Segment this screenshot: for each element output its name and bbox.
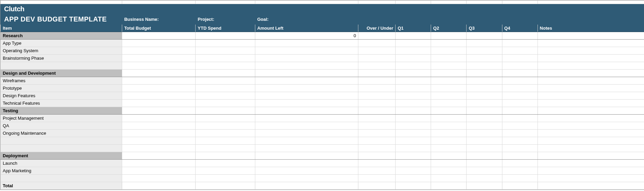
cell[interactable]: [538, 182, 644, 190]
cell[interactable]: [396, 175, 431, 182]
cell[interactable]: [196, 115, 255, 122]
cell[interactable]: [538, 100, 644, 107]
cell[interactable]: [196, 55, 255, 62]
cell[interactable]: [196, 107, 255, 115]
item-name[interactable]: Design Features: [1, 92, 122, 100]
label-project[interactable]: Project:: [196, 14, 255, 25]
cell[interactable]: [396, 77, 431, 85]
cell[interactable]: [431, 32, 467, 40]
cell[interactable]: [431, 85, 467, 92]
cell[interactable]: [358, 77, 396, 85]
section-amount-left[interactable]: [255, 70, 358, 77]
cell[interactable]: [255, 85, 358, 92]
cell[interactable]: [358, 115, 396, 122]
cell[interactable]: [538, 107, 644, 115]
section-name[interactable]: Testing: [1, 107, 122, 115]
cell[interactable]: [431, 115, 467, 122]
cell[interactable]: [467, 55, 502, 62]
cell[interactable]: [122, 122, 195, 130]
cell[interactable]: [502, 47, 538, 55]
cell[interactable]: [358, 152, 396, 160]
cell[interactable]: [502, 145, 538, 152]
cell[interactable]: [467, 137, 502, 145]
cell[interactable]: [502, 122, 538, 130]
cell[interactable]: [396, 85, 431, 92]
cell[interactable]: [467, 100, 502, 107]
cell[interactable]: [467, 62, 502, 70]
cell[interactable]: [196, 130, 255, 137]
cell[interactable]: [502, 62, 538, 70]
cell[interactable]: [431, 130, 467, 137]
col-notes[interactable]: Notes: [538, 25, 644, 32]
cell[interactable]: [196, 70, 255, 77]
cell[interactable]: [122, 77, 195, 85]
col-item[interactable]: Item: [1, 25, 122, 32]
cell[interactable]: [196, 47, 255, 55]
cell[interactable]: [122, 92, 195, 100]
cell[interactable]: [396, 152, 431, 160]
cell[interactable]: [502, 107, 538, 115]
section-name[interactable]: Research: [1, 32, 122, 40]
cell[interactable]: [396, 92, 431, 100]
total-label[interactable]: Total: [1, 182, 122, 190]
label-goal[interactable]: Goal:: [255, 14, 358, 25]
cell[interactable]: [122, 32, 195, 40]
cell[interactable]: [396, 122, 431, 130]
cell[interactable]: [502, 182, 538, 190]
item-name[interactable]: Project Management: [1, 115, 122, 122]
cell[interactable]: [467, 152, 502, 160]
item-name[interactable]: Technical Features: [1, 100, 122, 107]
item-name[interactable]: Wireframes: [1, 77, 122, 85]
cell[interactable]: [431, 137, 467, 145]
cell[interactable]: [196, 32, 255, 40]
cell[interactable]: [196, 175, 255, 182]
cell[interactable]: [358, 32, 396, 40]
cell[interactable]: [467, 167, 502, 175]
cell[interactable]: [196, 145, 255, 152]
col-q3[interactable]: Q3: [467, 25, 502, 32]
cell[interactable]: [538, 40, 644, 47]
cell[interactable]: [502, 137, 538, 145]
cell[interactable]: [396, 115, 431, 122]
cell[interactable]: [502, 167, 538, 175]
cell[interactable]: [538, 70, 644, 77]
cell[interactable]: [431, 145, 467, 152]
section-amount-left[interactable]: [255, 152, 358, 160]
cell[interactable]: [467, 32, 502, 40]
cell[interactable]: [538, 85, 644, 92]
label-business-name[interactable]: Business Name:: [122, 14, 195, 25]
cell[interactable]: [122, 182, 195, 190]
cell[interactable]: [502, 85, 538, 92]
cell[interactable]: [358, 160, 396, 167]
cell[interactable]: [502, 77, 538, 85]
cell[interactable]: [431, 55, 467, 62]
cell[interactable]: [502, 70, 538, 77]
cell[interactable]: [255, 160, 358, 167]
cell[interactable]: [431, 152, 467, 160]
cell[interactable]: [467, 47, 502, 55]
cell[interactable]: [538, 160, 644, 167]
cell[interactable]: [467, 130, 502, 137]
cell[interactable]: [358, 130, 396, 137]
cell[interactable]: [431, 182, 467, 190]
cell[interactable]: [538, 92, 644, 100]
item-name[interactable]: Brainstorming Phase: [1, 55, 122, 62]
cell[interactable]: [538, 77, 644, 85]
item-name[interactable]: Launch: [1, 160, 122, 167]
cell[interactable]: [467, 85, 502, 92]
cell[interactable]: [122, 85, 195, 92]
cell[interactable]: [502, 92, 538, 100]
cell[interactable]: [255, 182, 358, 190]
cell[interactable]: [196, 92, 255, 100]
cell[interactable]: [358, 92, 396, 100]
cell[interactable]: [538, 130, 644, 137]
cell[interactable]: [467, 107, 502, 115]
cell[interactable]: [1, 62, 122, 70]
cell[interactable]: [122, 145, 195, 152]
item-name[interactable]: Ongoing Maintenance: [1, 130, 122, 137]
cell[interactable]: [255, 62, 358, 70]
cell[interactable]: [122, 62, 195, 70]
cell[interactable]: [196, 182, 255, 190]
cell[interactable]: [358, 47, 396, 55]
cell[interactable]: [467, 160, 502, 167]
